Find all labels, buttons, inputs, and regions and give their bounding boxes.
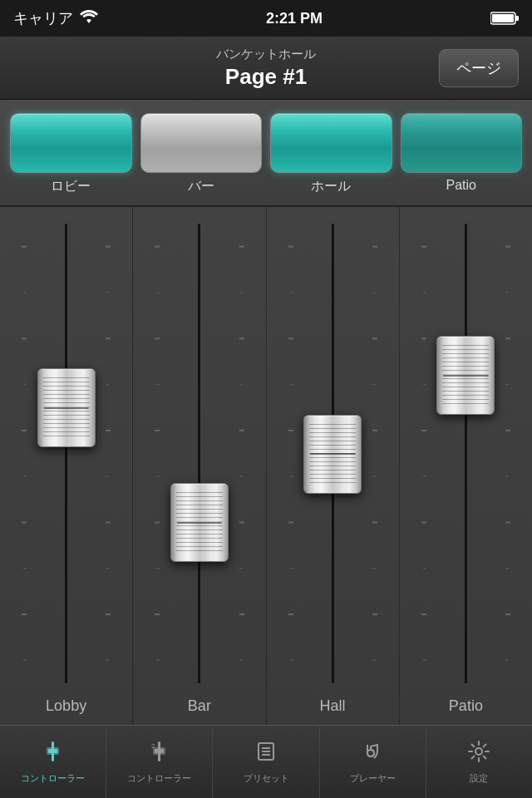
settings-icon bbox=[467, 740, 490, 769]
fader-knob-hall[interactable] bbox=[303, 415, 362, 494]
zone-label-hall: ホール bbox=[311, 178, 351, 195]
fader-channel-patio: Patio bbox=[400, 207, 532, 725]
zone-area: ロビー バー ホール Patio bbox=[0, 100, 532, 207]
wifi-icon bbox=[80, 10, 98, 27]
fader-name-hall: Hall bbox=[267, 697, 399, 715]
svg-text:2: 2 bbox=[151, 742, 155, 750]
fader-wrapper-patio bbox=[400, 224, 532, 683]
svg-rect-1 bbox=[515, 16, 519, 21]
zone-button-hall[interactable] bbox=[270, 113, 392, 173]
fader-rail-bar bbox=[198, 224, 200, 683]
tab-settings[interactable]: 設定 bbox=[426, 726, 532, 798]
controller1-icon bbox=[42, 740, 65, 769]
app: キャリア 2:21 PM バンケットホール Page #1 ページ bbox=[0, 0, 532, 798]
tab-label-player: プレーヤー bbox=[350, 772, 396, 785]
fader-rail-patio bbox=[465, 224, 467, 683]
tab-label-controller1: コントローラー bbox=[21, 772, 85, 785]
zone-label-patio: Patio bbox=[446, 178, 476, 193]
fader-knob-lobby[interactable] bbox=[37, 368, 96, 447]
player-icon bbox=[361, 740, 384, 769]
fader-name-bar: Bar bbox=[133, 697, 265, 715]
page-button[interactable]: ページ bbox=[439, 49, 519, 87]
svg-rect-88 bbox=[155, 749, 164, 753]
fader-knob-bar[interactable] bbox=[170, 483, 229, 562]
fader-channel-bar: Bar bbox=[133, 207, 266, 725]
fader-knob-patio[interactable] bbox=[436, 336, 495, 415]
main-content: ロビー バー ホール Patio bbox=[0, 100, 532, 725]
fader-rail-lobby bbox=[65, 224, 67, 683]
fader-wrapper-hall bbox=[267, 224, 399, 683]
zone-item-patio: Patio bbox=[401, 113, 523, 195]
fader-rail-hall bbox=[332, 224, 334, 683]
tab-label-settings: 設定 bbox=[470, 772, 488, 785]
fader-wrapper-bar bbox=[133, 224, 265, 683]
zone-item-bar: バー bbox=[140, 113, 263, 195]
header-text: バンケットホール Page #1 bbox=[216, 47, 316, 90]
carrier-label: キャリア bbox=[13, 8, 73, 28]
header: バンケットホール Page #1 ページ bbox=[0, 37, 532, 100]
status-bar: キャリア 2:21 PM bbox=[0, 0, 532, 37]
fader-wrapper-lobby bbox=[0, 224, 132, 683]
time-display: 2:21 PM bbox=[266, 10, 323, 27]
battery-icon bbox=[490, 12, 519, 25]
fader-area: Lobby bbox=[0, 207, 532, 725]
header-subtitle: バンケットホール bbox=[216, 47, 316, 62]
tab-bar: コントローラー 2 コントローラー bbox=[0, 725, 532, 798]
fader-name-lobby: Lobby bbox=[0, 697, 132, 715]
status-left: キャリア bbox=[13, 8, 98, 28]
zone-item-lobby: ロビー bbox=[10, 113, 132, 195]
svg-point-95 bbox=[475, 748, 482, 755]
svg-point-94 bbox=[367, 750, 374, 756]
svg-rect-85 bbox=[48, 749, 57, 753]
zone-button-lobby[interactable] bbox=[10, 113, 132, 173]
tab-player[interactable]: プレーヤー bbox=[320, 726, 426, 798]
fader-name-patio: Patio bbox=[400, 697, 532, 715]
svg-rect-2 bbox=[492, 14, 514, 22]
tab-controller2[interactable]: 2 コントローラー bbox=[106, 726, 213, 798]
tab-label-controller2: コントローラー bbox=[127, 772, 191, 785]
zone-item-hall: ホール bbox=[270, 113, 392, 195]
zone-button-bar[interactable] bbox=[140, 113, 263, 173]
zone-button-patio[interactable] bbox=[401, 113, 523, 173]
header-title: Page #1 bbox=[225, 64, 307, 90]
preset-icon bbox=[254, 740, 278, 769]
zone-label-lobby: ロビー bbox=[51, 178, 91, 195]
tab-controller1[interactable]: コントローラー bbox=[0, 726, 106, 798]
tab-label-preset: プリセット bbox=[244, 772, 289, 785]
tab-preset[interactable]: プリセット bbox=[213, 726, 319, 798]
fader-channel-hall: Hall bbox=[267, 207, 400, 725]
zone-label-bar: バー bbox=[188, 178, 214, 195]
fader-channel-lobby: Lobby bbox=[0, 207, 133, 725]
controller2-icon: 2 bbox=[148, 740, 171, 769]
